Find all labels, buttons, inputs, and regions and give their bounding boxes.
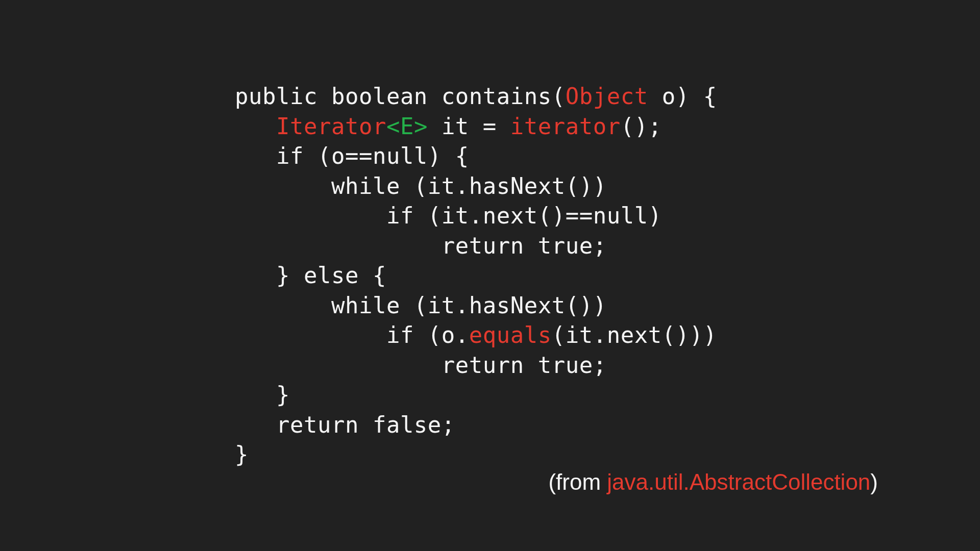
code-line-4: while (it.hasNext()) — [235, 173, 607, 199]
attribution-suffix: ) — [870, 469, 878, 494]
code-block: public boolean contains(Object o) { Iter… — [235, 82, 717, 470]
code-line-3: if (o==null) { — [235, 143, 469, 169]
code-line-10: return true; — [235, 352, 607, 378]
code-line-12: return false; — [235, 412, 455, 438]
code-line-1: public boolean contains(Object o) { — [235, 83, 717, 109]
attribution-class: java.util.AbstractCollection — [607, 469, 870, 494]
method-iterator: iterator — [510, 113, 621, 139]
method-equals: equals — [469, 322, 552, 348]
code-line-6: return true; — [235, 233, 607, 259]
code-line-5: if (it.next()==null) — [235, 203, 662, 229]
code-text: public boolean contains( — [235, 83, 566, 109]
type-iterator: Iterator — [276, 113, 386, 139]
code-line-8: while (it.hasNext()) — [235, 292, 607, 318]
code-indent — [235, 113, 276, 139]
code-line-7: } else { — [235, 262, 386, 288]
code-line-13: } — [235, 441, 249, 467]
code-text: (); — [621, 113, 662, 139]
code-line-9: if (o.equals(it.next())) — [235, 322, 717, 348]
code-text: (it.next())) — [552, 322, 717, 348]
type-object: Object — [566, 83, 648, 109]
code-line-2: Iterator<E> it = iterator(); — [235, 113, 662, 139]
code-line-11: } — [235, 382, 290, 408]
code-text: it = — [428, 113, 510, 139]
type-param: <E> — [386, 113, 428, 139]
attribution-prefix: (from — [548, 469, 607, 494]
slide: public boolean contains(Object o) { Iter… — [0, 0, 980, 551]
attribution: (from java.util.AbstractCollection) — [548, 469, 878, 495]
code-text: if (o. — [235, 322, 469, 348]
code-text: o) { — [648, 83, 717, 109]
